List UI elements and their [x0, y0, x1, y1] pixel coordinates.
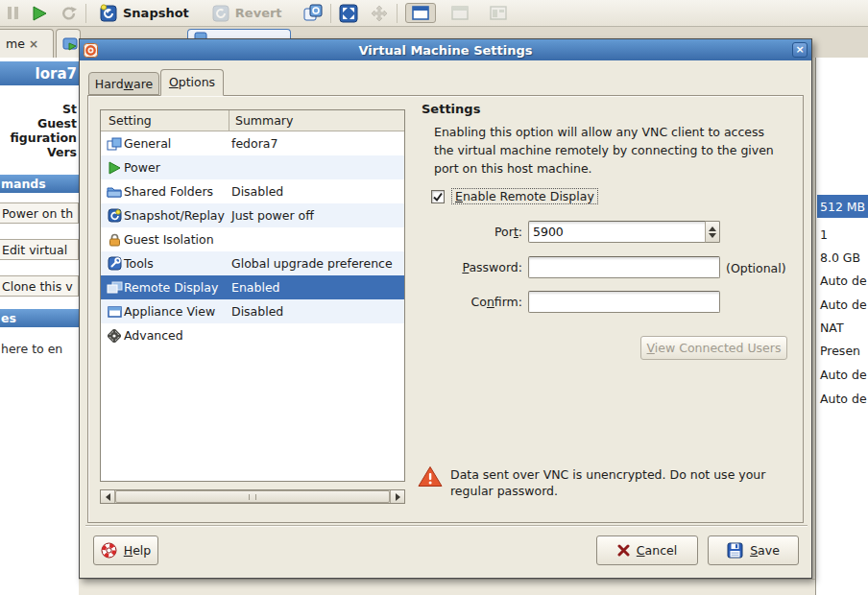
scroll-left-icon[interactable] — [101, 490, 115, 503]
snapshot-label: Snapshot — [123, 6, 189, 20]
list-row-snapshot-replay[interactable]: Snapshot/Replay Just power off — [101, 203, 404, 227]
cancel-button[interactable]: Cancel — [596, 536, 698, 565]
hardware-summary-column: 512 MB 1 8.0 GB Auto de Auto de NAT Pres… — [815, 58, 868, 595]
tab-hardware-label: Hard — [95, 77, 124, 91]
list-row-tools[interactable]: Tools Global upgrade preference — [101, 251, 404, 275]
summary-value: Auto de — [820, 368, 867, 382]
list-horizontal-scrollbar[interactable] — [100, 489, 405, 504]
list-row-remote-display[interactable]: Remote Display Enabled — [101, 275, 404, 299]
summary-row[interactable]: Auto de — [817, 363, 868, 386]
quick-switch-icon[interactable] — [451, 6, 469, 20]
summary-row-memory[interactable]: 512 MB — [817, 195, 868, 218]
scrollbar-thumb[interactable] — [115, 490, 390, 503]
summary-value: 8.0 GB — [820, 250, 860, 265]
snapshot-replay-icon — [105, 208, 124, 223]
summary-row[interactable]: Presen — [817, 339, 868, 362]
vm-tab-icon — [62, 37, 78, 51]
settings-description: Enabling this option will allow any VNC … — [434, 123, 774, 178]
info-label-guest: Guest — [37, 116, 77, 131]
save-floppy-icon — [727, 542, 743, 559]
notes-link[interactable]: here to en — [1, 342, 62, 356]
list-row-general[interactable]: General fedora7 — [101, 131, 404, 155]
summary-value: Presen — [820, 344, 860, 358]
summary-row[interactable]: Auto de — [817, 293, 868, 316]
guest-isolation-lock-icon — [105, 233, 124, 247]
summary-row[interactable]: Auto de — [817, 269, 868, 292]
refresh-icon[interactable] — [60, 6, 78, 21]
summary-value: NAT — [820, 321, 844, 335]
notes-header: es — [0, 309, 79, 327]
cancel-x-icon — [617, 544, 630, 557]
enable-remote-display-label[interactable]: Enable Remote Display — [451, 188, 598, 204]
close-icon[interactable]: × — [792, 42, 808, 58]
help-lifebuoy-icon — [101, 542, 117, 559]
info-label-configuration: figuration — [11, 131, 77, 145]
tab-vm-icon-tab[interactable] — [56, 29, 81, 58]
stepper-up-icon[interactable] — [709, 226, 716, 231]
stepper-down-icon[interactable] — [709, 233, 716, 238]
play-icon[interactable] — [32, 6, 47, 21]
command-clone-vm[interactable]: Clone this v — [0, 275, 79, 297]
command-edit-vm[interactable]: Edit virtual — [0, 239, 79, 260]
snapshot-button[interactable]: Snapshot — [94, 2, 195, 24]
revert-label: Revert — [235, 6, 282, 20]
port-stepper[interactable] — [705, 221, 720, 243]
summary-value: Auto de — [820, 274, 867, 288]
tab-home[interactable]: me × — [0, 29, 54, 58]
list-row-guest-isolation[interactable]: Guest Isolation — [101, 227, 404, 251]
summary-value: 1 — [820, 227, 828, 242]
warning-text: Data sent over VNC is unencrypted. Do no… — [450, 466, 796, 499]
fullscreen-icon[interactable] — [339, 4, 358, 23]
command-power-on[interactable]: Power on th — [0, 202, 79, 224]
console-view-icon — [412, 6, 429, 20]
enable-remote-display-checkbox[interactable] — [431, 190, 445, 203]
settings-list-header: Setting Summary — [101, 110, 404, 131]
console-view-button[interactable] — [405, 3, 436, 23]
setting-name: Tools — [124, 256, 231, 271]
command-label: Power on th — [2, 206, 73, 221]
general-icon — [105, 136, 124, 152]
list-row-power[interactable]: Power — [101, 155, 404, 179]
tab-options[interactable]: Options — [160, 69, 224, 96]
save-button[interactable]: Save — [708, 536, 799, 565]
setting-name: Advanced — [124, 328, 231, 343]
summary-row[interactable]: 8.0 GB — [817, 246, 868, 269]
view-connected-users-button[interactable]: View Connected Users — [640, 336, 787, 360]
summary-view-icon[interactable] — [490, 6, 507, 20]
scroll-right-icon[interactable] — [390, 490, 404, 503]
console-toolbar: Snapshot Revert — [0, 0, 868, 27]
fit-window-icon[interactable] — [370, 4, 389, 23]
optional-note: (Optional) — [726, 261, 786, 275]
list-row-shared-folders[interactable]: Shared Folders Disabled — [101, 179, 404, 203]
setting-name: Shared Folders — [124, 184, 231, 199]
list-row-appliance-view[interactable]: Appliance View Disabled — [101, 299, 404, 323]
setting-summary: fedora7 — [231, 136, 277, 151]
shared-folders-icon — [105, 185, 124, 198]
toolbar-separator — [330, 4, 331, 23]
pause-icon[interactable] — [8, 7, 18, 19]
setting-name: Power — [124, 160, 231, 175]
summary-row[interactable]: Auto de — [817, 387, 868, 410]
commands-header: mands — [0, 175, 79, 193]
remote-display-icon — [105, 281, 124, 295]
summary-row[interactable]: NAT — [817, 316, 868, 339]
settings-heading: Settings — [422, 102, 480, 116]
port-input[interactable] — [528, 221, 720, 243]
dialog-title: Virtual Machine Settings — [80, 43, 811, 58]
dialog-titlebar[interactable]: Virtual Machine Settings × — [80, 39, 811, 60]
port-label: Port: — [407, 225, 522, 239]
tab-close-icon[interactable]: × — [29, 37, 38, 51]
summary-row[interactable]: 1 — [817, 223, 868, 246]
column-setting[interactable]: Setting — [101, 110, 229, 131]
help-button[interactable]: Help — [93, 536, 158, 565]
revert-button[interactable]: Revert — [206, 2, 288, 24]
snapshot-manager-icon[interactable] — [303, 4, 323, 22]
password-input[interactable] — [528, 256, 720, 278]
column-summary[interactable]: Summary — [229, 110, 404, 131]
vm-name-label: lora7 — [36, 65, 77, 83]
list-row-advanced[interactable]: Advanced — [101, 323, 404, 347]
info-label-state: St — [62, 102, 77, 116]
confirm-input[interactable] — [528, 291, 720, 313]
setting-name: Guest Isolation — [124, 232, 231, 247]
tab-hardware[interactable]: Hardware — [88, 72, 159, 95]
